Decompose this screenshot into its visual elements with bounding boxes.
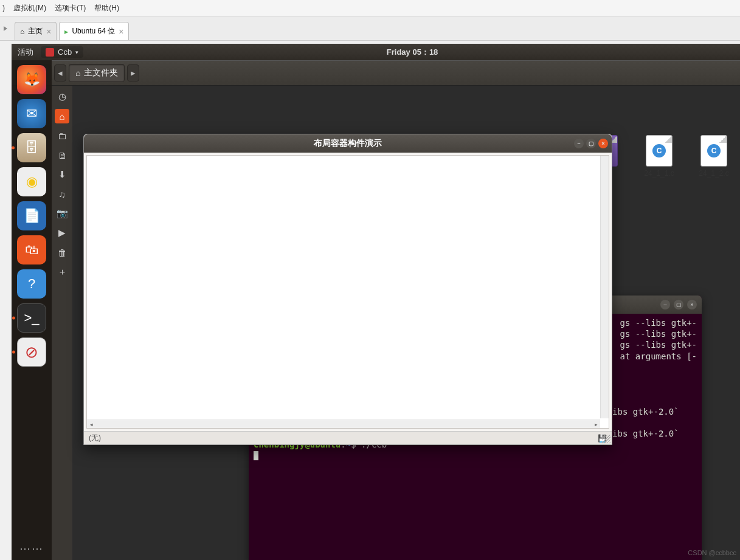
home-icon[interactable]: ⌂	[55, 109, 69, 123]
file-label: 24_1_2.c	[693, 169, 735, 178]
add-icon[interactable]: ＋	[55, 264, 69, 279]
app-menu[interactable]: Ccb ▾	[41, 46, 83, 58]
vmware-tabbar: ⌂ 主页 × ▸ Ubuntu 64 位 ×	[0, 16, 740, 41]
chevron-down-icon: ▾	[75, 49, 78, 55]
horizontal-scrollbar[interactable]: ◂ ▸	[87, 420, 600, 428]
ubuntu-launcher: 🦊 ✉ 🗄 ◉ 📄 🛍 ? >_ ⊘ ⋯⋯	[12, 60, 52, 560]
tab-home[interactable]: ⌂ 主页 ×	[15, 22, 57, 40]
launcher-terminal[interactable]: >_	[17, 303, 46, 333]
launcher-software[interactable]: 🛍	[17, 235, 46, 264]
videos-icon[interactable]: ▶	[55, 226, 69, 240]
menu-help[interactable]: 帮助(H)	[94, 3, 119, 13]
menu-vm[interactable]: 虚拟机(M)	[13, 3, 46, 13]
downloads-icon[interactable]: ⬇	[55, 167, 69, 182]
nautilus-sidebar: ◷ ⌂ 🗀 🗎 ⬇ ♫ 📷 ▶ 🗑 ＋	[52, 86, 72, 560]
tab-label: 主页	[28, 26, 43, 36]
vertical-scrollbar[interactable]	[600, 156, 609, 418]
recent-icon[interactable]: ◷	[55, 89, 69, 104]
vm-icon: ▸	[64, 27, 68, 36]
gtk-statusbar: (无) 💾	[84, 431, 612, 444]
vmware-menubar: ) 虚拟机(M) 选项卡(T) 帮助(H) ❚❚▾ ⎙ ◷ ↶ ◷ ▭ ▭ ◻ …	[0, 0, 740, 16]
app-badge-icon	[46, 48, 54, 57]
breadcrumb-home[interactable]: ⌂ 主文件夹	[69, 64, 125, 82]
maximize-icon[interactable]: ▢	[586, 139, 596, 148]
close-icon[interactable]: ×	[598, 139, 608, 148]
activities-button[interactable]: 活动	[18, 47, 33, 58]
status-text: (无)	[89, 433, 101, 443]
tab-ubuntu[interactable]: ▸ Ubuntu 64 位 ×	[59, 22, 129, 40]
launcher-thunderbird[interactable]: ✉	[17, 99, 46, 128]
scroll-right-icon[interactable]: ▸	[592, 421, 600, 427]
folder-icon[interactable]: 🗀	[55, 128, 69, 143]
clock[interactable]: Friday 05：18	[387, 47, 438, 58]
launcher-writer[interactable]: 📄	[17, 201, 46, 230]
guest-display: 活动 Ccb ▾ Friday 05：18 ‹ › ◂ ⌂ 主文件夹 ▸ 🦊 ✉…	[12, 44, 740, 560]
app-menu-label: Ccb	[58, 47, 72, 57]
home-icon: ⌂	[20, 27, 24, 36]
sidebar-toggle-icon[interactable]	[0, 16, 11, 40]
menu-view[interactable]: )	[2, 4, 5, 12]
path-next-button[interactable]: ▸	[127, 64, 139, 81]
pictures-icon[interactable]: 📷	[55, 206, 69, 221]
window-title: 布局容器构件演示	[314, 138, 382, 149]
ubuntu-topbar: 活动 Ccb ▾ Friday 05：18	[12, 44, 740, 60]
watermark: CSDN @ccbbcc	[688, 549, 736, 556]
gtk-demo-window[interactable]: 布局容器构件演示 – ▢ × ◂ ▸ (无) 💾	[83, 134, 612, 445]
gtk-titlebar[interactable]: 布局容器构件演示 – ▢ ×	[84, 134, 612, 153]
launcher-ccb[interactable]: ⊘	[17, 337, 46, 367]
minimize-icon[interactable]: –	[574, 139, 584, 148]
launcher-files[interactable]: 🗄	[17, 133, 46, 162]
desktop-file-c[interactable]: C 24_1_1.c	[638, 135, 680, 178]
launcher-firefox[interactable]: 🦊	[17, 65, 46, 94]
close-icon[interactable]: ×	[119, 27, 123, 36]
minimize-icon[interactable]: –	[660, 300, 670, 309]
trash-icon[interactable]: 🗑	[55, 245, 69, 260]
desktop-file-c[interactable]: C 24_1_2.c	[693, 135, 735, 178]
file-label: 24_1_1.c	[638, 169, 680, 178]
resize-grip-icon[interactable]	[602, 435, 610, 443]
music-icon[interactable]: ♫	[55, 187, 69, 201]
close-icon[interactable]: ×	[687, 300, 697, 309]
gtk-content-area[interactable]: ◂ ▸	[86, 155, 609, 429]
launcher-help[interactable]: ?	[17, 269, 46, 299]
breadcrumb-label: 主文件夹	[84, 67, 118, 78]
scroll-left-icon[interactable]: ◂	[87, 421, 95, 427]
menu-tabs[interactable]: 选项卡(T)	[55, 3, 86, 13]
launcher-rhythmbox[interactable]: ◉	[17, 167, 46, 196]
path-prev-button[interactable]: ◂	[54, 64, 66, 81]
nautilus-toolbar: ‹ › ◂ ⌂ 主文件夹 ▸	[12, 60, 740, 86]
close-icon[interactable]: ×	[46, 27, 51, 36]
maximize-icon[interactable]: ▢	[674, 300, 683, 309]
show-apps-icon[interactable]: ⋯⋯	[19, 542, 44, 555]
tab-label: Ubuntu 64 位	[72, 26, 115, 36]
documents-icon[interactable]: 🗎	[55, 148, 69, 162]
home-icon: ⌂	[75, 68, 80, 78]
